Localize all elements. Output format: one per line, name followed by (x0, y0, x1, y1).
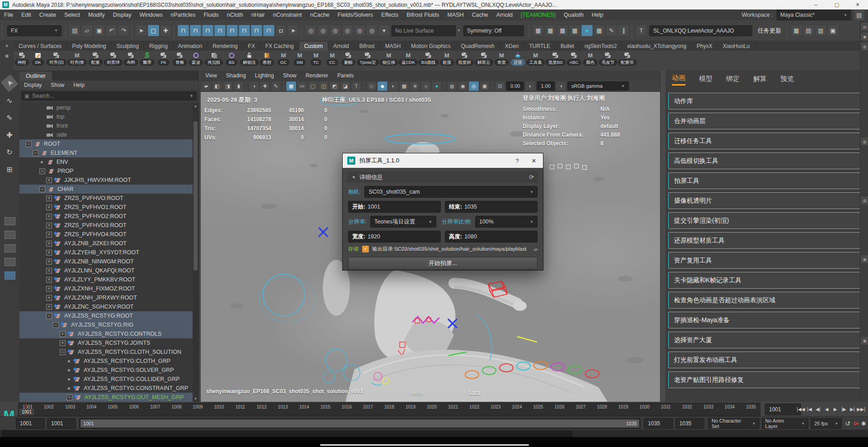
menu-item-arnold[interactable]: Arnold (492, 12, 517, 18)
shelf-tab-ngskintools2[interactable]: ngSkinTools2 (580, 42, 622, 51)
scale-tool-icon[interactable]: ⊞ (3, 163, 16, 176)
tree-row[interactable]: +AYJLZYEHB_XYSYDT:ROOT (19, 248, 193, 257)
selection-handle[interactable] (550, 165, 554, 169)
folder-browse-icon[interactable]: ▱ (533, 246, 538, 252)
shelf-item-SM[interactable]: MSM (292, 51, 307, 66)
viewport-cube2-icon[interactable]: ◆ (377, 81, 387, 91)
expand-icon[interactable]: + (46, 250, 52, 256)
viewport-gate-icon[interactable]: ◫ (319, 81, 329, 91)
shelf-tab-polymodeling[interactable]: Poly Modeling (67, 42, 111, 51)
menu-item-nhair[interactable]: nHair (247, 12, 269, 18)
tree-row[interactable]: +AYJLZLYY_PMKKBV:ROOT (19, 275, 193, 284)
shelf-tab-turtle[interactable]: TURTLE (524, 42, 555, 51)
statusline-file-new-icon[interactable]: ▤ (69, 25, 80, 36)
outliner-scrollbar[interactable]: ▲ ▼ (193, 103, 198, 402)
tool-button-合并动画层[interactable]: 合并动画层 (668, 113, 860, 129)
shelf-tab-sculpting[interactable]: Sculpting (112, 42, 144, 51)
shelf-item-BS[interactable]: BS (224, 51, 239, 66)
tool-button-迁移任务工具[interactable]: 迁移任务工具 (668, 133, 860, 149)
shelf-tab-physx[interactable]: PhysX (692, 42, 718, 51)
viewport-axis-icon[interactable]: ✚ (260, 81, 270, 91)
menu-item-create[interactable]: Create (35, 12, 61, 18)
gamma-icon[interactable]: ◑ (556, 81, 566, 91)
tree-row[interactable]: +JJKJHS_HWVXHM:ROOT (19, 176, 193, 185)
shelf-item-骨类[interactable]: M骨类 (494, 51, 509, 66)
tree-row[interactable]: −AYJLZSS_RCSTYG:CLOTH_SOLUTION (19, 347, 193, 357)
workspace-settings-icon[interactable]: ▤ (854, 10, 865, 21)
sidebar-grid2-icon[interactable]: ▤ (803, 25, 814, 36)
menu-item-ncache[interactable]: nCache (306, 12, 334, 18)
expand-icon[interactable]: + (46, 304, 52, 310)
collapse-icon[interactable]: − (53, 322, 59, 328)
expand-icon[interactable]: + (46, 268, 52, 274)
shelf-item-飘带[interactable]: 飘带 (140, 51, 155, 66)
height-field[interactable]: 高度:1080 (445, 231, 538, 243)
shelf-item-配重[interactable]: 配重 (88, 51, 103, 66)
menu-item-mash[interactable]: MASH (443, 12, 468, 18)
shelf-tab-fxcaching[interactable]: FX Caching (260, 42, 299, 51)
tree-row[interactable]: +ZRZS_PVFHVO1:ROOT (19, 203, 193, 212)
tree-row[interactable]: −ELEMENT (19, 148, 193, 157)
close-button[interactable]: ✕ (847, 0, 868, 10)
tool-button-动作库[interactable]: 动作库 (668, 93, 860, 109)
statusline-magnet-icon[interactable]: ⊓ (239, 25, 250, 36)
attribute-editor-icon[interactable]: ▤ (861, 23, 868, 30)
tools-tab-动画[interactable]: 动画 (672, 74, 685, 86)
shelf-tab-xiaohuolu[interactable]: XiaoHuoLu (718, 42, 755, 51)
layout-shortcut-active-icon[interactable] (5, 271, 15, 280)
go-to-end-button[interactable]: ▶▶| (857, 404, 865, 414)
shelf-item-DK[interactable]: DK (30, 51, 46, 66)
statusline-magnet-icon[interactable]: ⊓ (190, 25, 201, 36)
auto-key-icon[interactable] (854, 420, 859, 427)
play-backwards-button[interactable]: ◀ (822, 404, 831, 414)
tool-button-资产复用工具[interactable]: 资产复用工具 (668, 252, 860, 269)
anim-layer-dropdown[interactable]: No Anim Layer▼ (762, 418, 809, 429)
viewport-lights-icon[interactable]: ☼ (421, 81, 431, 91)
tool-settings-icon[interactable]: ▣ (861, 33, 868, 40)
shelf-item-解锁法[interactable]: 解锁法 (240, 51, 259, 66)
viewport-half-icon[interactable]: ◐ (388, 81, 398, 91)
shelf-item-BS曲线[interactable]: BS曲线 (419, 51, 439, 66)
drag-handle[interactable] (173, 24, 176, 38)
expand-icon[interactable]: + (46, 223, 52, 228)
menu-item-nconstraint[interactable]: nConstraint (269, 12, 306, 18)
playback-start-field[interactable]: 1001 (47, 418, 76, 429)
tree-row[interactable]: ENV (19, 157, 193, 166)
playback-end-field[interactable]: 1035 (644, 418, 673, 429)
outliner-search-input[interactable]: ▣ Search... ▼ (21, 91, 197, 100)
shelf-tab-motiongraphics[interactable]: Motion Graphics (406, 42, 456, 51)
viewport-sph-icon[interactable]: ◍ (447, 81, 457, 91)
shelf-item-ABC[interactable]: ABC (566, 51, 582, 66)
shelf-item-对齐(旧[interactable]: 对齐(旧 (47, 51, 66, 66)
tool-button-穿插巡检-Maya准备[interactable]: 穿插巡检-Maya准备 (668, 312, 860, 328)
collapse-icon[interactable]: − (60, 349, 66, 355)
time-slider[interactable]: 1001100210031004100510061007100810091010… (18, 403, 760, 416)
shelf-item-解算云[interactable]: 解算云 (475, 51, 493, 66)
save-checkbox[interactable]: ✓ (362, 246, 369, 252)
statusline-ring-icon[interactable]: ◎ (330, 25, 341, 36)
shelf-item-布料[interactable]: 布料 (123, 51, 139, 66)
expand-icon[interactable]: + (46, 241, 52, 247)
menu-item-edit[interactable]: Edit (17, 12, 35, 18)
expand-icon[interactable]: + (60, 331, 66, 337)
shelf-item-神程[interactable]: 神程 (14, 51, 29, 66)
tree-row[interactable]: +ZRZS_PVFHVO4:ROOT (19, 230, 193, 239)
statusline-redo-icon[interactable]: ↷ (118, 25, 129, 36)
viewport-iso-icon[interactable]: ◎ (469, 81, 479, 91)
viewport-menu-renderer[interactable]: Renderer (301, 72, 333, 79)
command-line[interactable] (0, 430, 868, 437)
collapse-icon[interactable]: − (33, 150, 38, 156)
viewport-bulb-icon[interactable]: ◑ (249, 81, 259, 91)
shelf-item-批量材[interactable]: 批量材 (456, 51, 474, 66)
ratio-dropdown[interactable]: 100%▼ (475, 216, 538, 228)
drag-handle[interactable] (786, 24, 789, 38)
shelf-tab-xgen[interactable]: XGen (500, 42, 524, 51)
outliner-tab[interactable]: Outliner (19, 71, 52, 81)
tool-button-灯光前置发布动画工具[interactable]: 灯光前置发布动画工具 (668, 352, 860, 368)
viewport-cube-icon[interactable]: ◇ (367, 81, 377, 91)
selection-mode-dropdown[interactable]: FX▼ (7, 25, 61, 36)
expand-icon[interactable]: + (60, 340, 66, 346)
render-clap-icon[interactable]: ▦ (533, 25, 544, 36)
layout-shortcut-icon[interactable] (5, 244, 15, 252)
shelf-item-删帧[interactable]: 删帧 (341, 51, 356, 66)
